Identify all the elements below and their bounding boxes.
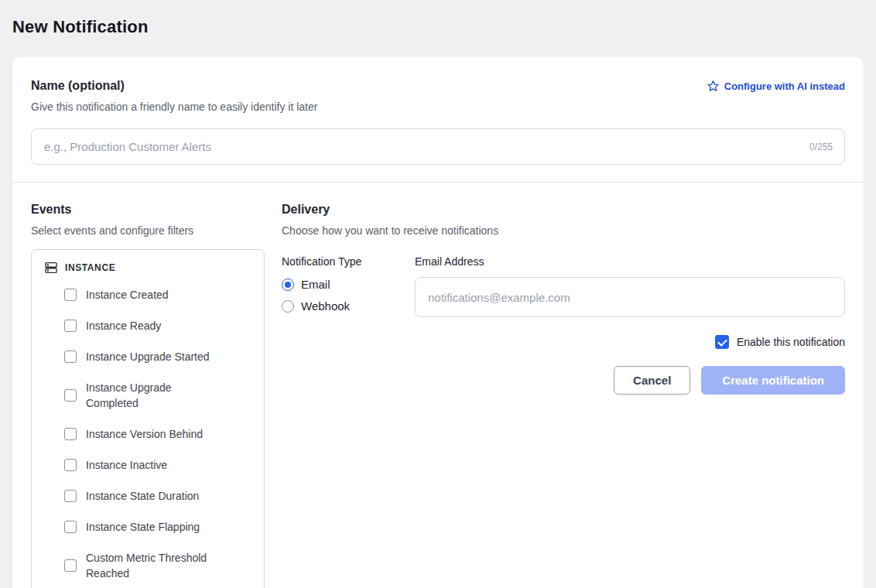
char-counter: 0/255 — [809, 142, 833, 152]
event-item-instance-created[interactable]: Instance Created — [64, 287, 252, 303]
radio-option-email[interactable]: Email — [282, 278, 415, 291]
sparkle-star-icon — [707, 80, 720, 93]
event-item-instance-upgrade-started[interactable]: Instance Upgrade Started — [64, 349, 252, 364]
page-header: New Notification — [0, 0, 876, 57]
events-column: Events Select events and configure filte… — [31, 203, 265, 588]
delivery-title: Delivery — [282, 203, 845, 217]
checkbox-instance-ready[interactable] — [64, 320, 77, 332]
event-item-label: Instance Upgrade Started — [86, 349, 210, 364]
event-item-label: Instance Upgrade Completed — [86, 380, 222, 411]
configure-with-ai-link[interactable]: Configure with AI instead — [707, 80, 845, 93]
event-item-label: Custom Metric Threshold Reached — [86, 550, 222, 581]
new-notification-card: Name (optional) Configure with AI instea… — [12, 57, 864, 588]
name-section-subtitle: Give this notification a friendly name t… — [31, 101, 845, 113]
events-title: Events — [31, 203, 265, 217]
enable-notification-label: Enable this notification — [737, 336, 845, 348]
checkbox-instance-upgrade-completed[interactable] — [64, 389, 77, 402]
section-divider — [12, 182, 864, 183]
email-address-input[interactable] — [415, 277, 845, 317]
event-item-instance-inactive[interactable]: Instance Inactive — [64, 457, 252, 473]
radio-webhook[interactable] — [282, 300, 294, 313]
checkbox-instance-state-flapping[interactable] — [64, 521, 77, 533]
checkbox-instance-state-duration[interactable] — [64, 490, 77, 502]
enable-notification-checkbox[interactable] — [715, 335, 729, 349]
notification-type-label: Notification Type — [282, 255, 415, 268]
event-item-label: Instance State Flapping — [86, 519, 200, 535]
name-input-wrap: 0/255 — [31, 128, 845, 165]
checkbox-instance-upgrade-started[interactable] — [64, 350, 77, 363]
event-item-instance-state-duration[interactable]: Instance State Duration — [64, 488, 252, 504]
event-item-instance-version-behind[interactable]: Instance Version Behind — [64, 426, 252, 442]
name-section-header: Name (optional) Configure with AI instea… — [31, 79, 845, 93]
server-icon — [44, 261, 58, 275]
events-panel: INSTANCE Instance Created Instance Ready… — [31, 249, 265, 588]
checkbox-instance-version-behind[interactable] — [64, 428, 77, 440]
checkbox-custom-metric-threshold[interactable] — [64, 559, 77, 572]
radio-webhook-label: Webhook — [301, 299, 350, 313]
checkbox-instance-created[interactable] — [64, 289, 77, 301]
email-address-group: Email Address — [415, 255, 845, 321]
form-actions: Cancel Create notification — [282, 366, 845, 395]
events-subtitle: Select events and configure filters — [31, 224, 265, 237]
event-item-label: Instance Inactive — [86, 457, 167, 473]
page-title: New Notification — [12, 17, 864, 37]
name-section-title: Name (optional) — [31, 79, 125, 93]
enable-notification-row[interactable]: Enable this notification — [282, 335, 845, 349]
notification-name-input[interactable] — [31, 128, 845, 165]
event-item-instance-ready[interactable]: Instance Ready — [64, 318, 252, 333]
radio-email[interactable] — [282, 279, 294, 291]
event-group-instance-label: INSTANCE — [65, 262, 115, 273]
delivery-column: Delivery Choose how you want to receive … — [282, 203, 845, 395]
event-item-label: Instance Version Behind — [86, 426, 203, 442]
radio-option-webhook[interactable]: Webhook — [282, 299, 415, 313]
radio-email-label: Email — [301, 278, 330, 291]
configure-with-ai-label: Configure with AI instead — [724, 80, 845, 92]
checkbox-instance-inactive[interactable] — [64, 459, 77, 471]
event-item-custom-metric-threshold[interactable]: Custom Metric Threshold Reached — [64, 550, 252, 581]
email-address-label: Email Address — [415, 255, 845, 268]
create-notification-button[interactable]: Create notification — [701, 366, 845, 395]
delivery-subtitle: Choose how you want to receive notificat… — [282, 224, 845, 237]
notification-type-group: Notification Type Email Webhook — [282, 255, 415, 321]
event-item-instance-upgrade-completed[interactable]: Instance Upgrade Completed — [64, 380, 252, 411]
cancel-button[interactable]: Cancel — [614, 366, 690, 395]
event-item-label: Instance Ready — [86, 318, 161, 333]
event-group-instance: INSTANCE — [44, 261, 252, 275]
event-item-label: Instance State Duration — [86, 488, 199, 504]
event-item-instance-state-flapping[interactable]: Instance State Flapping — [64, 519, 252, 535]
event-item-label: Instance Created — [86, 287, 169, 303]
